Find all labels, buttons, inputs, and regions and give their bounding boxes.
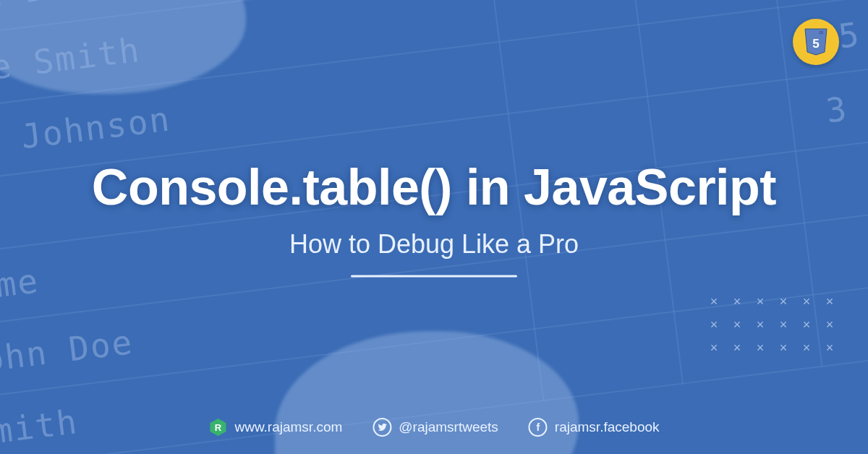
bg-header-age: age <box>769 0 868 8</box>
facebook-icon: f <box>529 418 548 437</box>
page-title: Console.table() in JavaScript <box>51 158 817 216</box>
svg-text:5: 5 <box>812 37 819 51</box>
bg-cell: John Doe <box>0 257 535 403</box>
subtitle-underline <box>351 275 517 278</box>
svg-text:R: R <box>215 422 222 433</box>
js-badge: 5 JS <box>793 19 839 65</box>
facebook-link[interactable]: f rajamsr.facebook <box>529 418 660 437</box>
bg-cell: John Doe <box>0 0 490 44</box>
blob-decor <box>0 0 246 94</box>
page-subtitle: How to Debug Like a Pro <box>51 229 817 260</box>
website-text: www.rajamsr.com <box>234 419 342 435</box>
website-link[interactable]: R www.rajamsr.com <box>208 418 342 437</box>
promo-banner: John Doe Jane Smith age Bob Johnson 25 3… <box>0 0 868 454</box>
svg-text:JS: JS <box>819 30 824 35</box>
twitter-link[interactable]: @rajamsrtweets <box>373 418 498 437</box>
twitter-icon <box>373 418 391 437</box>
cross-grid-decor: ×××××× ×××××× ×××××× <box>705 295 839 360</box>
twitter-text: @rajamsrtweets <box>399 419 498 435</box>
bg-cell: Jane Smith <box>0 0 499 116</box>
brand-logo-icon: R <box>208 418 227 437</box>
footer-links: R www.rajamsr.com @rajamsrtweets f rajam… <box>208 418 659 437</box>
html5-shield-icon: 5 JS <box>803 27 829 56</box>
hero-text: Console.table() in JavaScript How to Deb… <box>51 158 817 278</box>
facebook-text: rajamsr.facebook <box>555 419 660 435</box>
